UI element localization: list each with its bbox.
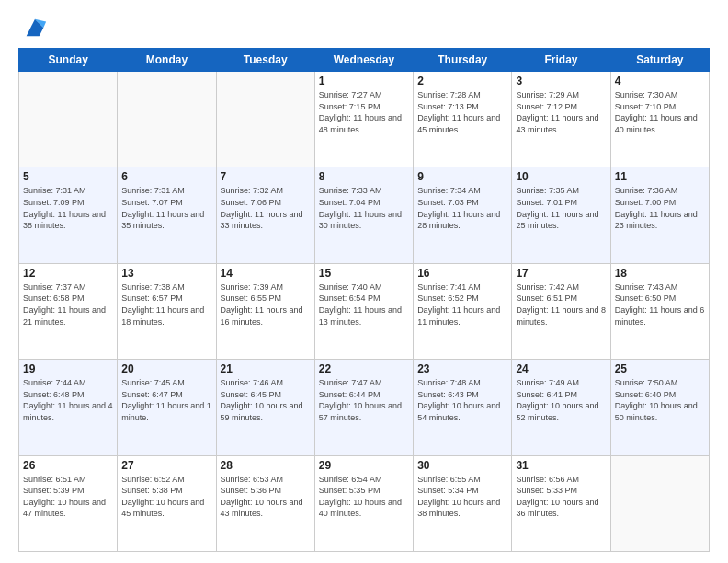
day-number: 1 (319, 75, 409, 87)
calendar-cell: 21Sunrise: 7:46 AMSunset: 6:45 PMDayligh… (216, 360, 314, 455)
day-number: 21 (221, 362, 311, 375)
day-number: 14 (221, 267, 311, 280)
day-info: Sunrise: 7:28 AMSunset: 7:13 PMDaylight:… (417, 89, 507, 135)
day-info: Sunrise: 6:56 AMSunset: 5:33 PMDaylight:… (516, 474, 606, 520)
calendar-cell: 17Sunrise: 7:42 AMSunset: 6:51 PMDayligh… (512, 263, 610, 359)
calendar-cell: 11Sunrise: 7:36 AMSunset: 7:00 PMDayligh… (610, 167, 709, 263)
calendar-cell (118, 72, 216, 167)
day-info: Sunrise: 6:54 AMSunset: 5:35 PMDaylight:… (319, 474, 409, 520)
day-number: 31 (516, 459, 606, 472)
day-info: Sunrise: 7:48 AMSunset: 6:43 PMDaylight:… (417, 377, 507, 423)
day-info: Sunrise: 7:43 AMSunset: 6:50 PMDaylight:… (615, 282, 705, 327)
calendar-table: SundayMondayTuesdayWednesdayThursdayFrid… (18, 48, 710, 552)
day-number: 2 (417, 75, 507, 87)
week-row-2: 5Sunrise: 7:31 AMSunset: 7:09 PMDaylight… (19, 167, 710, 263)
weekday-header-monday: Monday (118, 49, 216, 72)
day-number: 27 (121, 459, 211, 472)
day-info: Sunrise: 7:45 AMSunset: 6:47 PMDaylight:… (121, 377, 211, 423)
day-number: 3 (516, 75, 606, 87)
calendar-cell: 9Sunrise: 7:34 AMSunset: 7:03 PMDaylight… (414, 167, 512, 263)
day-number: 28 (221, 459, 311, 472)
calendar-cell (216, 72, 314, 167)
calendar-cell: 22Sunrise: 7:47 AMSunset: 6:44 PMDayligh… (314, 360, 413, 455)
day-number: 17 (516, 267, 606, 280)
day-info: Sunrise: 7:46 AMSunset: 6:45 PMDaylight:… (221, 377, 311, 423)
day-number: 23 (417, 362, 507, 375)
day-info: Sunrise: 7:41 AMSunset: 6:52 PMDaylight:… (417, 282, 507, 327)
day-info: Sunrise: 7:50 AMSunset: 6:40 PMDaylight:… (615, 377, 705, 423)
day-info: Sunrise: 7:44 AMSunset: 6:48 PMDaylight:… (23, 377, 113, 423)
week-row-3: 12Sunrise: 7:37 AMSunset: 6:58 PMDayligh… (19, 263, 710, 359)
calendar-cell: 28Sunrise: 6:53 AMSunset: 5:36 PMDayligh… (216, 455, 314, 551)
calendar-cell: 25Sunrise: 7:50 AMSunset: 6:40 PMDayligh… (610, 360, 709, 455)
day-info: Sunrise: 7:39 AMSunset: 6:55 PMDaylight:… (221, 282, 311, 327)
week-row-5: 26Sunrise: 6:51 AMSunset: 5:39 PMDayligh… (19, 455, 710, 551)
day-info: Sunrise: 7:49 AMSunset: 6:41 PMDaylight:… (516, 377, 606, 423)
day-info: Sunrise: 7:36 AMSunset: 7:00 PMDaylight:… (615, 185, 705, 231)
day-number: 9 (417, 170, 507, 183)
calendar-cell: 1Sunrise: 7:27 AMSunset: 7:15 PMDaylight… (314, 72, 413, 167)
day-info: Sunrise: 7:47 AMSunset: 6:44 PMDaylight:… (319, 377, 409, 423)
calendar-cell: 29Sunrise: 6:54 AMSunset: 5:35 PMDayligh… (314, 455, 413, 551)
calendar-cell: 15Sunrise: 7:40 AMSunset: 6:54 PMDayligh… (314, 263, 413, 359)
day-number: 4 (615, 75, 705, 87)
logo (18, 15, 48, 40)
day-number: 12 (23, 267, 113, 280)
day-info: Sunrise: 7:32 AMSunset: 7:06 PMDaylight:… (221, 185, 311, 231)
calendar-cell (610, 455, 709, 551)
calendar-cell: 20Sunrise: 7:45 AMSunset: 6:47 PMDayligh… (118, 360, 216, 455)
day-number: 18 (615, 267, 705, 280)
calendar-cell: 30Sunrise: 6:55 AMSunset: 5:34 PMDayligh… (414, 455, 512, 551)
weekday-header-friday: Friday (512, 49, 610, 72)
day-info: Sunrise: 7:35 AMSunset: 7:01 PMDaylight:… (516, 185, 606, 231)
weekday-header-wednesday: Wednesday (314, 49, 413, 72)
calendar-cell: 5Sunrise: 7:31 AMSunset: 7:09 PMDaylight… (19, 167, 118, 263)
day-number: 22 (319, 362, 409, 375)
day-number: 19 (23, 362, 113, 375)
header (18, 15, 710, 40)
day-number: 11 (615, 170, 705, 183)
calendar-cell: 8Sunrise: 7:33 AMSunset: 7:04 PMDaylight… (314, 167, 413, 263)
calendar-cell: 6Sunrise: 7:31 AMSunset: 7:07 PMDaylight… (118, 167, 216, 263)
calendar-cell: 26Sunrise: 6:51 AMSunset: 5:39 PMDayligh… (19, 455, 118, 551)
day-number: 13 (121, 267, 211, 280)
page: SundayMondayTuesdayWednesdayThursdayFrid… (0, 0, 728, 563)
weekday-header-sunday: Sunday (19, 49, 118, 72)
day-info: Sunrise: 7:38 AMSunset: 6:57 PMDaylight:… (121, 282, 211, 327)
day-info: Sunrise: 6:51 AMSunset: 5:39 PMDaylight:… (23, 474, 113, 520)
weekday-header-row: SundayMondayTuesdayWednesdayThursdayFrid… (19, 49, 710, 72)
calendar-cell: 31Sunrise: 6:56 AMSunset: 5:33 PMDayligh… (512, 455, 610, 551)
weekday-header-tuesday: Tuesday (216, 49, 314, 72)
day-number: 10 (516, 170, 606, 183)
calendar-cell: 19Sunrise: 7:44 AMSunset: 6:48 PMDayligh… (19, 360, 118, 455)
day-info: Sunrise: 7:42 AMSunset: 6:51 PMDaylight:… (516, 282, 606, 327)
day-number: 24 (516, 362, 606, 375)
day-info: Sunrise: 7:30 AMSunset: 7:10 PMDaylight:… (615, 89, 705, 135)
calendar-cell: 16Sunrise: 7:41 AMSunset: 6:52 PMDayligh… (414, 263, 512, 359)
logo-icon (22, 15, 48, 40)
calendar-cell: 13Sunrise: 7:38 AMSunset: 6:57 PMDayligh… (118, 263, 216, 359)
day-number: 7 (221, 170, 311, 183)
calendar-cell: 24Sunrise: 7:49 AMSunset: 6:41 PMDayligh… (512, 360, 610, 455)
day-info: Sunrise: 6:53 AMSunset: 5:36 PMDaylight:… (221, 474, 311, 520)
calendar-cell: 27Sunrise: 6:52 AMSunset: 5:38 PMDayligh… (118, 455, 216, 551)
day-info: Sunrise: 7:40 AMSunset: 6:54 PMDaylight:… (319, 282, 409, 327)
calendar-cell: 18Sunrise: 7:43 AMSunset: 6:50 PMDayligh… (610, 263, 709, 359)
day-number: 5 (23, 170, 113, 183)
week-row-1: 1Sunrise: 7:27 AMSunset: 7:15 PMDaylight… (19, 72, 710, 167)
day-info: Sunrise: 7:34 AMSunset: 7:03 PMDaylight:… (417, 185, 507, 231)
day-info: Sunrise: 7:29 AMSunset: 7:12 PMDaylight:… (516, 89, 606, 135)
day-number: 30 (417, 459, 507, 472)
day-info: Sunrise: 7:31 AMSunset: 7:07 PMDaylight:… (121, 185, 211, 231)
weekday-header-saturday: Saturday (610, 49, 709, 72)
calendar-cell: 10Sunrise: 7:35 AMSunset: 7:01 PMDayligh… (512, 167, 610, 263)
day-number: 29 (319, 459, 409, 472)
day-number: 25 (615, 362, 705, 375)
calendar-cell: 12Sunrise: 7:37 AMSunset: 6:58 PMDayligh… (19, 263, 118, 359)
day-info: Sunrise: 7:33 AMSunset: 7:04 PMDaylight:… (319, 185, 409, 231)
day-info: Sunrise: 7:37 AMSunset: 6:58 PMDaylight:… (23, 282, 113, 327)
day-info: Sunrise: 6:52 AMSunset: 5:38 PMDaylight:… (121, 474, 211, 520)
day-number: 16 (417, 267, 507, 280)
day-info: Sunrise: 7:27 AMSunset: 7:15 PMDaylight:… (319, 89, 409, 135)
day-info: Sunrise: 7:31 AMSunset: 7:09 PMDaylight:… (23, 185, 113, 231)
